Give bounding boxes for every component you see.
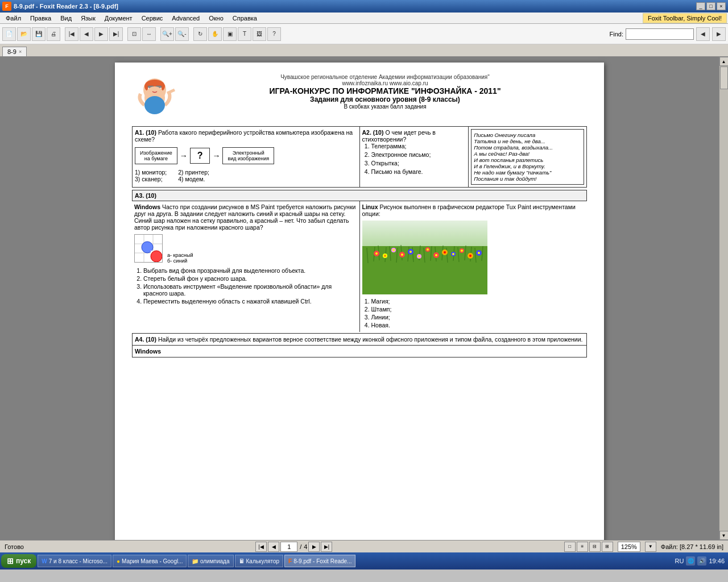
tb-prev[interactable]: ◀ [80, 27, 93, 41]
page-last-btn[interactable]: ▶| [321, 542, 332, 552]
page-prev-btn[interactable]: ◀ [268, 542, 279, 552]
clock: 19:46 [709, 558, 725, 564]
menu-view[interactable]: Вид [56, 14, 76, 23]
diag-qmark: ? [190, 148, 210, 164]
start-button[interactable]: ⊞ пуск [1, 554, 36, 568]
zoom-buttons[interactable]: ▼ [645, 542, 656, 552]
status-ready: Готово [5, 543, 24, 550]
tb-fit-page[interactable]: ⊡ [127, 27, 141, 41]
status-bar: Готово |◀ ◀ / 4 ▶ ▶| □ ≡ ⊟ ⊞ ▼ Файл: [8.… [0, 540, 728, 552]
taskbar-item-chrome[interactable]: ● Мария Маева - Googl... [113, 555, 187, 567]
scrollbar-right[interactable]: ▲ ▼ [719, 57, 728, 540]
questions-a1-a2: А1. (10) Работа какого периферийного уст… [132, 126, 587, 188]
tb-print[interactable]: 🖨 [47, 27, 60, 41]
cont-facing-btn[interactable]: ⊞ [602, 542, 613, 552]
lang-indicator: RU [675, 558, 684, 564]
maximize-button[interactable]: □ [706, 2, 715, 10]
tb-text[interactable]: T [238, 27, 251, 41]
tb-zoom-in[interactable]: 🔍+ [160, 27, 174, 41]
menu-file[interactable]: Файл [1, 14, 26, 23]
tb-first[interactable]: |◀ [65, 27, 78, 41]
a2-ans1: Телеграмма; [371, 143, 466, 149]
menu-help[interactable]: Справка [228, 14, 262, 23]
windows-logo-icon: ⊞ [7, 556, 14, 566]
q-a4-windows-label: Windows [133, 346, 587, 357]
chrome-icon: ● [117, 558, 120, 564]
tb-play[interactable]: ▶ [94, 27, 108, 41]
find-next-btn[interactable]: ▶ [712, 27, 726, 41]
scroll-thumb[interactable] [720, 66, 728, 89]
doc-org-line2: www.infoznaika.ru www.aio.cap.ru [183, 80, 587, 86]
page-nav-controls[interactable]: |◀ ◀ / 4 ▶ ▶| [255, 542, 332, 552]
continuous-btn[interactable]: ≡ [577, 542, 588, 552]
svg-point-48 [427, 248, 429, 251]
window-controls[interactable]: _ □ × [696, 2, 726, 10]
menu-lang[interactable]: Язык [76, 14, 100, 23]
taskbar-item-word[interactable]: W 7 и 8 класс - Microsо... [38, 555, 111, 567]
scroll-up-btn[interactable]: ▲ [719, 57, 729, 66]
diag-arrow2: → [212, 151, 220, 160]
zoom-input[interactable] [618, 542, 640, 552]
svg-point-62 [435, 254, 437, 256]
tb-rotate[interactable]: ↻ [193, 27, 207, 41]
a2-ans2: Электронное письмо; [371, 151, 466, 158]
window-title: 8-9.pdf - Foxit Reader 2.3 - [8-9.pdf] [14, 3, 118, 10]
tb-img[interactable]: 🖼 [253, 27, 266, 41]
menu-edit[interactable]: Правка [26, 14, 56, 23]
minimize-button[interactable]: _ [696, 2, 705, 10]
tb-save[interactable]: 💾 [32, 27, 46, 41]
tb-new[interactable]: 📄 [2, 27, 16, 41]
tab-close-btn[interactable]: × [19, 49, 22, 55]
page-first-btn[interactable]: |◀ [255, 542, 267, 552]
close-button[interactable]: × [717, 2, 726, 10]
page-sep: / [299, 543, 303, 550]
diag-arrow1: → [180, 151, 188, 160]
svg-point-46 [410, 251, 412, 253]
q-a1-answers: 1) монитор; 3) сканер; 2) принтер; 4) мо… [135, 169, 357, 182]
doc-title-block: Чувашское региональное отделение Академи… [183, 74, 587, 110]
tab-document[interactable]: 8-9 × [2, 47, 27, 56]
find-prev-btn[interactable]: ◀ [696, 27, 710, 41]
a1-ans4: 4) модем. [178, 176, 209, 182]
menu-tools[interactable]: Сервис [137, 14, 168, 23]
meadow-svg [362, 221, 487, 294]
svg-point-17 [151, 251, 162, 262]
menu-window[interactable]: Окно [204, 14, 228, 23]
tb-select[interactable]: ▣ [223, 27, 237, 41]
view-buttons[interactable]: □ ≡ ⊟ ⊞ [564, 542, 613, 552]
tb-hand[interactable]: ✋ [208, 27, 222, 41]
q-a1-diagram: Изображениена бумаге → ? → Электронныйви… [135, 147, 357, 164]
svg-point-52 [461, 250, 463, 252]
menu-document[interactable]: Документ [100, 14, 137, 23]
taskbar-item-calc[interactable]: 🖩 Калькулятор [235, 555, 284, 567]
page-current-input[interactable] [280, 542, 297, 552]
svg-point-66 [469, 255, 471, 257]
tb-zoom-out[interactable]: 🔍- [175, 27, 189, 41]
single-page-btn[interactable]: □ [564, 542, 576, 552]
scroll-down-btn[interactable]: ▼ [719, 531, 729, 540]
tb-open[interactable]: 📂 [17, 27, 31, 41]
taskbar-item-foxit[interactable]: F 8-9.pdf - Foxit Reade... [284, 555, 355, 567]
menu-advanced[interactable]: Advanced [167, 14, 204, 23]
q-a1-label: А1. (10) Работа какого периферийного уст… [135, 129, 357, 143]
page-next-btn[interactable]: ▶ [308, 542, 320, 552]
tb-help[interactable]: ? [267, 27, 281, 41]
find-input[interactable] [626, 28, 694, 40]
tb-fit-width[interactable]: ↔ [142, 27, 156, 41]
title-bar: F 8-9.pdf - Foxit Reader 2.3 - [8-9.pdf]… [0, 0, 728, 13]
tb-last[interactable]: ▶| [109, 27, 123, 41]
page-total: 4 [304, 543, 307, 550]
q-a2-answers: Телеграмма; Электронное письмо; Открытка… [371, 143, 466, 175]
ball-labels: а- красный б- синий [167, 252, 193, 264]
zoom-dropdown-btn[interactable]: ▼ [645, 542, 656, 552]
svg-point-64 [452, 253, 454, 255]
taskbar-item-folder[interactable]: 📁 олимпиада [188, 555, 234, 567]
q-a4-cell: А4. (10) Найди из четырёх предложенных в… [133, 334, 587, 346]
facing-btn[interactable]: ⊟ [589, 542, 601, 552]
app-icon: F [2, 2, 11, 11]
svg-point-58 [401, 253, 403, 256]
scroll-track[interactable] [719, 66, 729, 531]
svg-point-10 [144, 96, 165, 114]
poem-box: Письмо Онегину писала Татьяна и не день,… [471, 129, 584, 185]
doc-note: В скобках указан балл задания [183, 103, 587, 110]
